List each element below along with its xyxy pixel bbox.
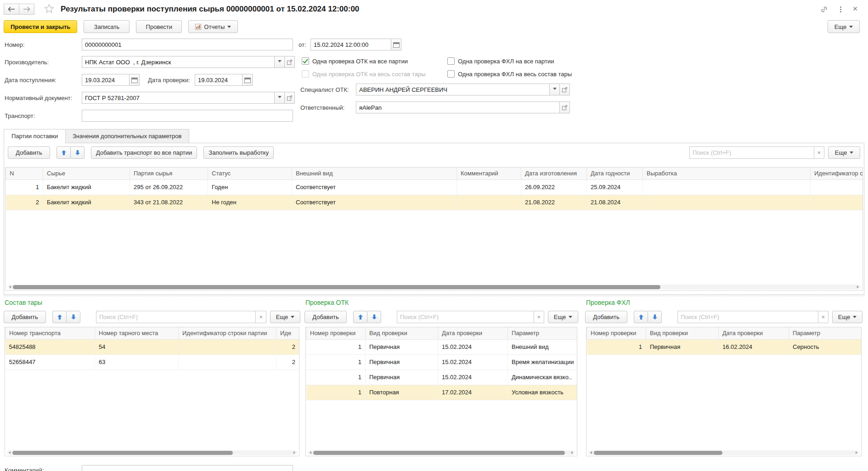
move-up-button[interactable]	[353, 311, 367, 323]
scroll-right-arrow[interactable]	[857, 286, 860, 288]
post-button[interactable]: Провести	[136, 20, 182, 33]
scroll-left-arrow[interactable]	[8, 286, 11, 288]
table-cell[interactable]: 25.09.2024	[587, 179, 643, 195]
transport-input[interactable]	[82, 110, 293, 122]
add-button[interactable]: Добавить	[4, 311, 46, 323]
table-row[interactable]: 1Первичная15.02.2024Время желатинизации	[306, 354, 577, 370]
tab-batches[interactable]: Партии поставки	[4, 129, 66, 143]
calendar-icon[interactable]	[391, 39, 401, 50]
table-cell[interactable]: Соответствует	[292, 179, 457, 195]
table-cell[interactable]: Бакелит жидкий	[43, 195, 130, 210]
table-cell[interactable]: Динамическая вязко..	[508, 370, 577, 385]
check-date-input[interactable]	[195, 74, 242, 85]
table-cell[interactable]: 15.02.2024	[438, 370, 508, 385]
move-down-button[interactable]	[648, 311, 662, 323]
table-cell[interactable]: 15.02.2024	[438, 354, 508, 370]
column-header[interactable]: Внешний вид	[292, 168, 457, 179]
table-cell[interactable]	[179, 339, 276, 354]
scroll-right-arrow[interactable]	[293, 451, 297, 454]
table-cell[interactable]	[457, 179, 521, 195]
more-button-top[interactable]: Еще	[828, 20, 860, 33]
table-cell[interactable]: 17.02.2024	[438, 385, 508, 400]
otk-specialist-input[interactable]	[356, 84, 549, 95]
table-cell[interactable]: 15.02.2024	[438, 339, 508, 354]
clear-search-button[interactable]: ×	[534, 311, 544, 323]
post-and-close-button[interactable]: Провести и закрыть	[4, 20, 77, 33]
checkbox-fhl-all-tare[interactable]: Одна проверка ФХЛ на весь состав тары	[447, 70, 572, 78]
add-button[interactable]: Добавить	[304, 311, 347, 323]
table-cell[interactable]: 21.08.2024	[587, 195, 643, 210]
table-cell[interactable]: Время желатинизации	[508, 354, 577, 370]
column-header[interactable]: Дата проверки	[438, 327, 508, 339]
table-row[interactable]: 1Первичная16.02.2024Серность	[587, 339, 862, 354]
table-cell[interactable]: Первичная	[366, 370, 438, 385]
column-header[interactable]: Статус	[208, 168, 292, 179]
column-header[interactable]: Номер проверки	[587, 327, 646, 339]
splitter[interactable]	[4, 296, 864, 296]
open-button[interactable]	[284, 92, 294, 103]
scrollbar-thumb[interactable]	[313, 451, 565, 455]
scrollbar-thumb[interactable]	[12, 451, 233, 455]
table-cell[interactable]: Первичная	[366, 339, 438, 354]
write-button[interactable]: Записать	[84, 20, 130, 33]
table-cell[interactable]: 1	[6, 179, 43, 195]
manufacturer-input[interactable]	[82, 56, 274, 67]
h-scrollbar[interactable]	[308, 450, 575, 455]
column-header[interactable]: Вид проверки	[366, 327, 438, 339]
clear-search-button[interactable]: ×	[255, 311, 266, 323]
checkbox-box[interactable]	[447, 70, 455, 78]
calendar-icon[interactable]	[242, 74, 252, 85]
table-cell[interactable]	[457, 195, 521, 210]
column-header[interactable]: Номер тарного места	[95, 327, 179, 339]
dropdown-button[interactable]	[274, 56, 284, 67]
table-cell[interactable]	[179, 354, 276, 370]
open-button[interactable]	[559, 102, 569, 113]
table-cell[interactable]: 2	[276, 354, 299, 370]
move-up-button[interactable]	[634, 311, 648, 323]
close-icon[interactable]: ×	[850, 3, 861, 14]
add-button[interactable]: Добавить	[8, 146, 50, 159]
comment-input[interactable]	[82, 465, 293, 471]
receipt-date-input[interactable]	[82, 74, 129, 85]
table-cell[interactable]: 295 от 26.09.2022	[130, 179, 208, 195]
clear-search-button[interactable]: ×	[818, 311, 828, 323]
table-cell[interactable]: 2	[6, 195, 43, 210]
scroll-left-arrow[interactable]	[7, 451, 11, 454]
table-cell[interactable]: 1	[306, 354, 366, 370]
column-header[interactable]: Вид проверки	[646, 327, 719, 339]
h-scrollbar[interactable]	[7, 285, 861, 289]
table-cell[interactable]: 26.09.2022	[521, 179, 587, 195]
move-up-button[interactable]	[56, 146, 71, 159]
menu-dots-icon[interactable]	[835, 4, 846, 15]
link-icon[interactable]	[818, 4, 829, 15]
checkbox-otk-all-tare[interactable]: Одна проверка ОТК на весь состав тары	[302, 70, 426, 78]
column-header[interactable]: Комментарий	[457, 168, 521, 179]
more-button-tare[interactable]: Еще	[270, 311, 300, 323]
open-button[interactable]	[284, 56, 294, 67]
table-cell[interactable]: 1	[306, 370, 366, 385]
column-header[interactable]: Идентификатор строки партии	[179, 327, 276, 339]
checkbox-box[interactable]	[302, 70, 309, 78]
table-row[interactable]: 1Первичная15.02.2024Динамическая вязко..	[306, 370, 577, 385]
column-header[interactable]: Иде	[276, 327, 299, 339]
search-input[interactable]	[678, 311, 818, 323]
search-input[interactable]	[96, 311, 255, 323]
h-scrollbar[interactable]	[7, 450, 297, 455]
column-header[interactable]: Номер проверки	[306, 327, 366, 339]
scroll-right-arrow[interactable]	[856, 451, 859, 454]
table-cell[interactable]	[811, 179, 863, 195]
table-cell[interactable]: 21.08.2022	[521, 195, 587, 210]
table-cell[interactable]: Повторная	[366, 385, 438, 400]
column-header[interactable]: Номер транспорта	[6, 327, 95, 339]
table-cell[interactable]: 1	[306, 385, 366, 400]
table-row[interactable]: 1Первичная15.02.2024Внешний вид	[306, 339, 577, 354]
responsible-input[interactable]	[356, 102, 559, 113]
more-button-fhl[interactable]: Еще	[832, 311, 862, 323]
checkbox-fhl-all-batches[interactable]: Одна проверка ФХЛ на все партии	[447, 57, 554, 65]
table-cell[interactable]	[811, 195, 863, 210]
open-button[interactable]	[559, 84, 569, 95]
date-from-input[interactable]	[311, 39, 391, 50]
move-down-button[interactable]	[70, 146, 85, 159]
column-header[interactable]: Дата годности	[587, 168, 643, 179]
table-cell[interactable]: 54825488	[6, 339, 95, 354]
